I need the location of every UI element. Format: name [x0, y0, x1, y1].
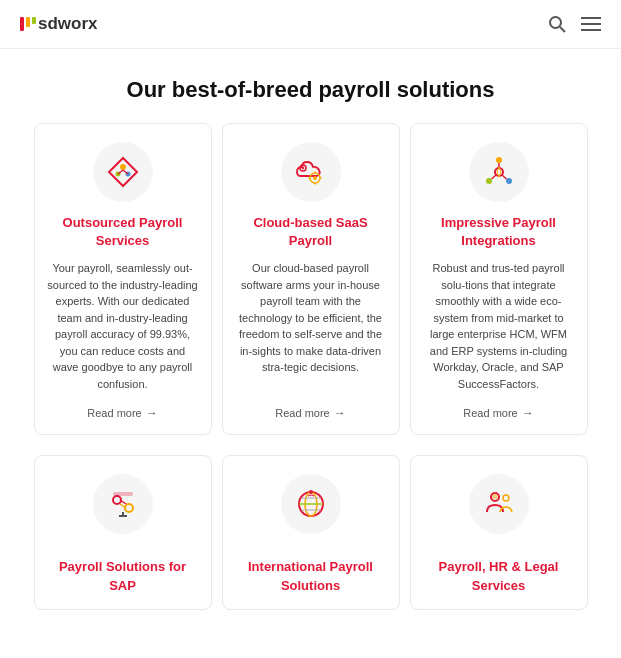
svg-point-28 — [125, 504, 133, 512]
svg-line-1 — [560, 27, 565, 32]
read-more-label-cloud: Read more — [275, 407, 329, 419]
bottom-cards-row: Payroll Solutions for SAP International … — [0, 435, 621, 619]
card-icon-cloud — [281, 142, 341, 202]
bottom-card-icon-hr-legal — [469, 474, 529, 534]
card-icon-integrations — [469, 142, 529, 202]
bottom-card-icon-international — [281, 474, 341, 534]
bottom-card-international: International Payroll Solutions — [222, 455, 400, 609]
card-integrations: Impressive Payroll Integrations Robust a… — [410, 123, 588, 435]
bottom-card-sap: Payroll Solutions for SAP — [34, 455, 212, 609]
search-icon[interactable] — [547, 14, 567, 34]
cards-row: Outsourced Payroll Services Your payroll… — [0, 123, 621, 435]
arrow-icon-cloud: → — [334, 406, 346, 420]
bottom-card-title-international: International Payroll Solutions — [235, 558, 387, 594]
card-desc-outsourced: Your payroll, seamlessly out-sourced to … — [47, 260, 199, 392]
card-icon-outsourced — [93, 142, 153, 202]
card-desc-integrations: Robust and trus-ted payroll solu-tions t… — [423, 260, 575, 392]
svg-point-37 — [309, 490, 313, 494]
arrow-icon-integrations: → — [522, 406, 534, 420]
svg-point-12 — [313, 176, 317, 180]
menu-icon[interactable] — [581, 16, 601, 32]
card-title-cloud: Cloud-based SaaS Payroll — [235, 214, 387, 250]
read-more-label-integrations: Read more — [463, 407, 517, 419]
card-desc-cloud: Our cloud-based payroll software arms yo… — [235, 260, 387, 392]
header: sdworx — [0, 0, 621, 49]
svg-line-23 — [491, 175, 496, 179]
logo: sdworx — [20, 14, 98, 34]
bottom-card-icon-sap — [93, 474, 153, 534]
svg-point-24 — [506, 178, 512, 184]
read-more-label-outsourced: Read more — [87, 407, 141, 419]
card-outsourced: Outsourced Payroll Services Your payroll… — [34, 123, 212, 435]
svg-marker-5 — [109, 158, 137, 186]
bottom-card-title-hr-legal: Payroll, HR & Legal Services — [423, 558, 575, 594]
svg-point-20 — [496, 157, 502, 163]
read-more-integrations[interactable]: Read more → — [463, 406, 533, 420]
svg-line-25 — [502, 175, 507, 179]
bottom-card-hr-legal: Payroll, HR & Legal Services — [410, 455, 588, 609]
read-more-outsourced[interactable]: Read more → — [87, 406, 157, 420]
logo-text: sdworx — [38, 14, 98, 34]
page-title: Our best-of-breed payroll solutions — [0, 49, 621, 123]
header-icons — [547, 14, 601, 34]
svg-point-18 — [301, 167, 303, 169]
svg-point-27 — [113, 496, 121, 504]
svg-point-22 — [486, 178, 492, 184]
card-cloud: Cloud-based SaaS Payroll Our cloud-based… — [222, 123, 400, 435]
svg-point-19 — [495, 168, 503, 176]
svg-rect-29 — [113, 492, 133, 496]
svg-point-39 — [503, 495, 509, 501]
read-more-cloud[interactable]: Read more → — [275, 406, 345, 420]
svg-point-6 — [120, 164, 126, 170]
logo-bars — [20, 17, 36, 31]
arrow-icon-outsourced: → — [146, 406, 158, 420]
card-title-outsourced: Outsourced Payroll Services — [47, 214, 199, 250]
svg-point-0 — [550, 17, 561, 28]
card-title-integrations: Impressive Payroll Integrations — [423, 214, 575, 250]
bottom-card-title-sap: Payroll Solutions for SAP — [47, 558, 199, 594]
